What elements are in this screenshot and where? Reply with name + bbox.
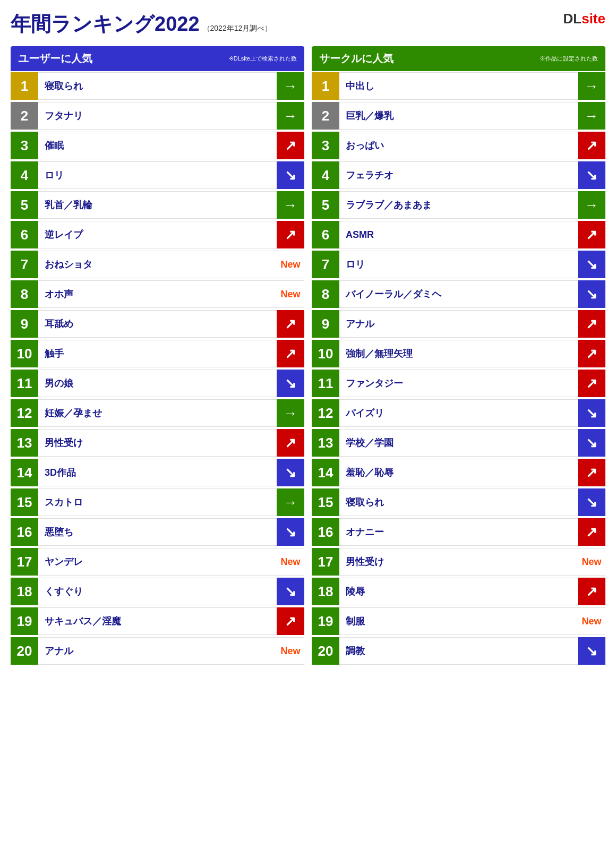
rank-number: 18	[312, 578, 339, 605]
rank-arrow-icon: ↘	[277, 518, 304, 546]
rank-number: 7	[11, 251, 38, 278]
rank-label: パイズリ	[339, 399, 578, 427]
rank-arrow-icon: ↗	[277, 221, 304, 248]
rank-number: 15	[11, 488, 38, 516]
rank-arrow-icon: ↗	[277, 340, 304, 367]
rank-arrow-icon: ↗	[578, 221, 605, 248]
sub-title: （2022年12月調べ）	[203, 24, 272, 33]
rank-label: スカトロ	[38, 488, 277, 516]
rank-label: ロリ	[38, 161, 277, 189]
rank-label: ロリ	[339, 251, 578, 278]
table-row: 9耳舐め↗	[11, 310, 304, 338]
rank-arrow-icon: ↗	[578, 459, 605, 486]
rank-number: 5	[312, 191, 339, 219]
rank-label: オホ声	[38, 280, 277, 308]
rank-label: くすぐり	[38, 578, 277, 605]
left-column: ユーザーに人気 ※DLsite上で検索された数 1寝取られ→2フタナリ→3催眠↗…	[11, 46, 304, 667]
rank-arrow-icon: →	[578, 191, 605, 219]
rank-arrow-icon: ↗	[578, 132, 605, 159]
table-row: 1寝取られ→	[11, 72, 304, 100]
rank-arrow-icon: New	[578, 548, 605, 576]
table-row: 7ロリ↘	[312, 251, 605, 278]
rank-label: ラブラブ／あまあま	[339, 191, 578, 219]
rank-number: 2	[11, 102, 38, 130]
rank-arrow-icon: ↗	[277, 429, 304, 457]
right-col-note: ※作品に設定された数	[540, 55, 598, 63]
table-row: 15スカトロ→	[11, 488, 304, 516]
rank-number: 13	[312, 429, 339, 457]
rank-number: 19	[11, 607, 38, 635]
rank-arrow-icon: ↘	[578, 488, 605, 516]
rank-number: 12	[312, 399, 339, 427]
table-row: 12パイズリ↘	[312, 399, 605, 427]
rank-label: 中出し	[339, 72, 578, 100]
rank-label: 男性受け	[38, 429, 277, 457]
table-row: 19サキュバス／淫魔↗	[11, 607, 304, 635]
rank-arrow-icon: →	[277, 72, 304, 100]
rank-arrow-icon: →	[277, 488, 304, 516]
rank-label: オナニー	[339, 518, 578, 546]
main-title: 年間ランキング2022	[11, 11, 200, 38]
table-row: 20アナルNew	[11, 637, 304, 665]
rank-label: 催眠	[38, 132, 277, 159]
table-row: 8オホ声New	[11, 280, 304, 308]
rank-number: 5	[11, 191, 38, 219]
page-header: 年間ランキング2022 （2022年12月調べ） DLsite	[11, 11, 605, 38]
table-row: 2巨乳／爆乳→	[312, 102, 605, 130]
rank-label: アナル	[38, 637, 277, 665]
rank-number: 8	[312, 280, 339, 308]
rank-number: 8	[11, 280, 38, 308]
rank-label: 男性受け	[339, 548, 578, 576]
left-col-header: ユーザーに人気 ※DLsite上で検索された数	[11, 46, 304, 71]
rank-label: おっぱい	[339, 132, 578, 159]
rank-number: 16	[11, 518, 38, 546]
rank-arrow-icon: ↗	[277, 310, 304, 338]
rank-label: 耳舐め	[38, 310, 277, 338]
table-row: 16オナニー↗	[312, 518, 605, 546]
rank-number: 11	[11, 370, 38, 397]
rank-arrow-icon: New	[277, 251, 304, 278]
rank-arrow-icon: →	[578, 102, 605, 130]
rank-label: 男の娘	[38, 370, 277, 397]
rank-arrow-icon: ↘	[277, 161, 304, 189]
rank-label: 乳首／乳輪	[38, 191, 277, 219]
table-row: 5ラブラブ／あまあま→	[312, 191, 605, 219]
rank-label: 触手	[38, 340, 277, 367]
rank-arrow-icon: →	[578, 72, 605, 100]
rank-number: 16	[312, 518, 339, 546]
table-row: 20調教↘	[312, 637, 605, 665]
table-row: 18陵辱↗	[312, 578, 605, 605]
rank-label: フェラチオ	[339, 161, 578, 189]
rank-label: 強制／無理矢理	[339, 340, 578, 367]
rank-number: 2	[312, 102, 339, 130]
table-row: 11ファンタジー↗	[312, 370, 605, 397]
rank-number: 15	[312, 488, 339, 516]
rank-label: ヤンデレ	[38, 548, 277, 576]
rank-arrow-icon: ↗	[277, 132, 304, 159]
table-row: 17男性受けNew	[312, 548, 605, 576]
rank-number: 17	[312, 548, 339, 576]
rank-arrow-icon: ↘	[578, 399, 605, 427]
rank-number: 9	[11, 310, 38, 338]
table-row: 16悪堕ち↘	[11, 518, 304, 546]
table-row: 1中出し→	[312, 72, 605, 100]
rank-number: 18	[11, 578, 38, 605]
rank-arrow-icon: New	[277, 637, 304, 665]
rank-arrow-icon: ↘	[277, 370, 304, 397]
rank-arrow-icon: ↘	[578, 280, 605, 308]
table-row: 10触手↗	[11, 340, 304, 367]
rank-label: 制服	[339, 607, 578, 635]
rank-arrow-icon: New	[578, 607, 605, 635]
rank-arrow-icon: ↗	[578, 310, 605, 338]
table-row: 6ASMR↗	[312, 221, 605, 248]
rank-arrow-icon: ↘	[578, 637, 605, 665]
table-row: 11男の娘↘	[11, 370, 304, 397]
table-row: 4ロリ↘	[11, 161, 304, 189]
left-col-title: ユーザーに人気	[18, 52, 92, 66]
rank-number: 10	[312, 340, 339, 367]
table-row: 3おっぱい↗	[312, 132, 605, 159]
right-col-header: サークルに人気 ※作品に設定された数	[312, 46, 605, 71]
rank-arrow-icon: ↘	[578, 251, 605, 278]
table-row: 143D作品↘	[11, 459, 304, 486]
rank-number: 10	[11, 340, 38, 367]
